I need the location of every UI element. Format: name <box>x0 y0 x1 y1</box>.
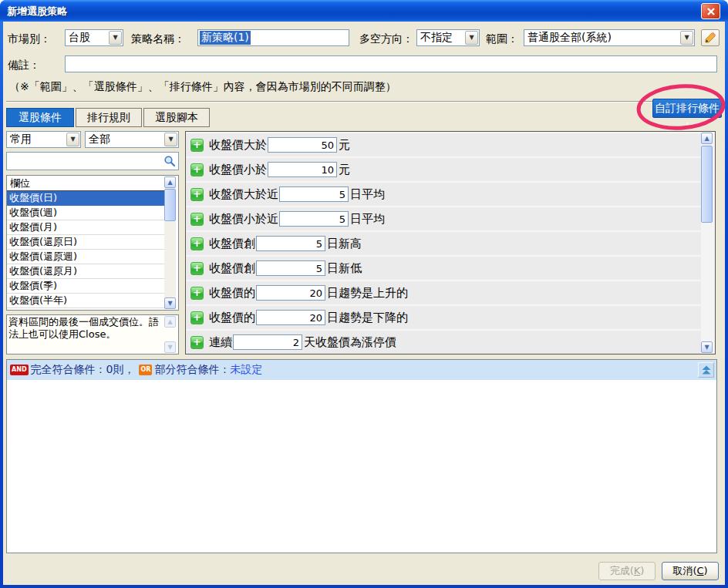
conditions-scrollbar[interactable]: ▲ ▼ <box>701 133 714 353</box>
list-item[interactable]: 收盤價(日) <box>7 191 165 206</box>
add-condition-icon[interactable]: + <box>190 213 204 226</box>
condition-value-input[interactable] <box>268 137 337 153</box>
scope-dropdown-value: 普通股全部(系統) <box>524 31 680 45</box>
or-status-text: 部分符合條件： <box>154 363 230 377</box>
and-badge: AND <box>10 365 29 375</box>
condition-row: + 收盤價大於 元 <box>186 133 702 156</box>
or-status-value[interactable]: 未設定 <box>230 363 262 377</box>
strategy-name-input[interactable]: 新策略(1) <box>197 29 349 46</box>
chevron-down-icon: ▼ <box>109 31 122 45</box>
add-condition-icon[interactable]: + <box>190 287 204 300</box>
close-button[interactable] <box>701 3 720 19</box>
condition-value-input[interactable] <box>279 211 349 227</box>
or-badge: OR <box>139 365 152 375</box>
finish-button-label-end: ) <box>640 565 644 576</box>
list-scrollbar[interactable]: ▲ ▼ <box>164 176 177 309</box>
scope-dropdown[interactable]: 普通股全部(系統) ▼ <box>524 29 695 46</box>
list-item[interactable]: 收盤價(還原週) <box>7 250 165 264</box>
strategy-name-label: 策略名稱： <box>131 32 185 46</box>
condition-suffix: 日新高 <box>327 237 362 251</box>
condition-prefix: 收盤價的 <box>209 286 255 301</box>
condition-prefix: 收盤價創 <box>209 261 255 276</box>
search-input[interactable] <box>8 154 161 168</box>
status-bar: AND 完全符合條件：0則， OR 部分符合條件： 未設定 <box>7 360 716 380</box>
condition-value-input[interactable] <box>268 162 337 177</box>
condition-row: + 連續 天收盤價為漲停價 <box>186 331 702 354</box>
condition-row: + 收盤價大於近 日平均 <box>186 183 702 206</box>
category-dropdown[interactable]: 常用 ▼ <box>6 131 81 148</box>
memo-input[interactable] <box>65 55 717 72</box>
cancel-button[interactable]: 取消(C) <box>662 562 719 580</box>
market-label: 市場別： <box>8 32 51 46</box>
condition-suffix: 日平均 <box>350 212 385 227</box>
custom-rank-condition-button[interactable]: 自訂排行條件+ <box>652 99 722 118</box>
add-condition-icon[interactable]: + <box>190 262 204 275</box>
finish-button-hotkey: K <box>634 565 641 576</box>
search-icon[interactable] <box>163 155 176 167</box>
field-list: 欄位 收盤價(日) 收盤價(週) 收盤價(月) 收盤價(還原日) 收盤價(還原週… <box>6 175 179 311</box>
market-dropdown[interactable]: 台股 ▼ <box>65 29 123 46</box>
list-item[interactable]: 收盤價(月) <box>7 220 165 235</box>
condition-value-input[interactable] <box>256 260 325 276</box>
market-dropdown-value: 台股 <box>66 31 109 45</box>
condition-prefix: 收盤價大於近 <box>209 187 278 202</box>
tab-select-conditions[interactable]: 選股條件 <box>6 108 74 127</box>
condition-suffix: 元 <box>339 163 350 177</box>
subcategory-dropdown[interactable]: 全部 ▼ <box>85 131 179 148</box>
finish-button: 完成(K) <box>598 562 656 580</box>
add-condition-icon[interactable]: + <box>190 163 204 176</box>
condition-value-input[interactable] <box>233 334 302 350</box>
add-condition-icon[interactable]: + <box>190 311 204 324</box>
add-condition-icon[interactable]: + <box>190 336 204 349</box>
finish-button-label: 完成( <box>610 565 634 576</box>
list-item[interactable]: 收盤價(還原月) <box>7 264 165 279</box>
strategy-name-value: 新策略(1) <box>200 31 251 45</box>
condition-prefix: 收盤價小於近 <box>209 212 278 227</box>
condition-row: + 收盤價的 日趨勢是下降的 <box>186 306 702 329</box>
condition-suffix: 日趨勢是下降的 <box>327 311 408 325</box>
condition-suffix: 天收盤價為漲停價 <box>304 335 396 350</box>
condition-value-input[interactable] <box>256 236 325 251</box>
pencil-icon <box>704 32 716 44</box>
condition-value-input[interactable] <box>256 310 325 325</box>
direction-dropdown-value: 不指定 <box>417 31 465 45</box>
scrollbar-thumb[interactable] <box>701 146 713 223</box>
list-item[interactable]: 收盤價(還原日) <box>7 235 165 250</box>
scrollbar-up-button[interactable]: ▲ <box>701 133 713 144</box>
field-list-header: 欄位 <box>7 176 165 191</box>
separator <box>6 101 719 102</box>
collapse-button[interactable] <box>698 362 714 378</box>
edit-scope-button[interactable] <box>701 29 720 46</box>
condition-suffix: 日平均 <box>350 187 385 202</box>
cancel-button-label: 取消( <box>672 565 696 576</box>
add-condition-icon[interactable]: + <box>190 188 204 201</box>
window-title: 新增選股策略 <box>7 5 67 18</box>
tab-ranking-rules[interactable]: 排行規則 <box>76 108 142 127</box>
chevron-down-icon: ▼ <box>680 31 693 45</box>
scrollbar-down-button[interactable]: ▼ <box>164 297 176 309</box>
condition-suffix: 日新低 <box>327 261 362 276</box>
condition-row: + 收盤價小於近 日平均 <box>186 207 702 230</box>
description-scrollbar: ▲ ▼ <box>164 316 177 353</box>
scrollbar-up-button[interactable]: ▲ <box>164 176 176 188</box>
condition-prefix: 收盤價小於 <box>209 163 267 177</box>
condition-value-input[interactable] <box>279 186 349 202</box>
add-condition-icon[interactable]: + <box>190 139 204 152</box>
scrollbar-thumb[interactable] <box>164 189 176 221</box>
chevron-down-icon: ▼ <box>465 31 478 45</box>
add-condition-icon[interactable]: + <box>190 237 204 250</box>
and-status-text: 完全符合條件：0則， <box>31 363 135 377</box>
condition-suffix: 元 <box>339 138 350 153</box>
direction-label: 多空方向： <box>359 32 413 46</box>
scrollbar-down-button[interactable]: ▼ <box>701 341 713 353</box>
condition-row: + 收盤價創 日新低 <box>186 257 702 280</box>
condition-suffix: 日趨勢是上升的 <box>327 286 408 301</box>
list-item[interactable]: 收盤價(季) <box>7 279 165 294</box>
hint-text: （※「範圍」、「選股條件」、「排行條件」內容，會因為市場別的不同而調整） <box>9 80 396 94</box>
condition-value-input[interactable] <box>256 285 325 301</box>
tab-select-script[interactable]: 選股腳本 <box>143 108 210 127</box>
list-item[interactable]: 收盤價(週) <box>7 206 165 220</box>
direction-dropdown[interactable]: 不指定 ▼ <box>416 29 480 46</box>
chevron-down-icon: ▼ <box>164 133 177 146</box>
list-item[interactable]: 收盤價(半年) <box>7 294 165 308</box>
